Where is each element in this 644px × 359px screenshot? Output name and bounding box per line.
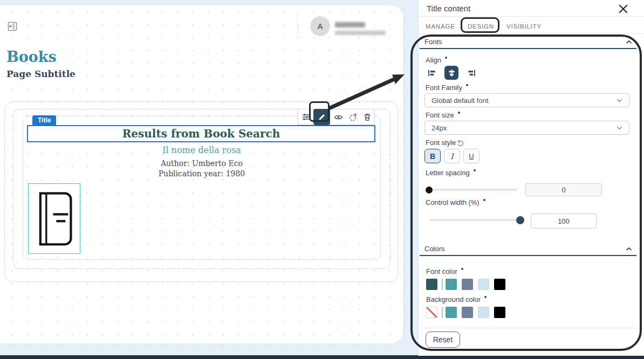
page-title: Books: [6, 49, 57, 65]
settings-sliders-icon[interactable]: [299, 110, 312, 124]
letter-spacing-label: Letter spacing: [426, 169, 476, 177]
control-width-slider[interactable]: [429, 219, 522, 221]
edit-pencil-icon[interactable]: [313, 109, 330, 125]
colors-section-title: Colors: [424, 245, 445, 253]
letter-spacing-slider[interactable]: [426, 189, 517, 191]
letter-spacing-slider-thumb[interactable]: [426, 187, 433, 194]
widget-toolbar: [298, 109, 374, 125]
chevron-down-icon: [616, 99, 622, 102]
close-icon[interactable]: [617, 3, 629, 15]
panel-divider: [419, 16, 644, 17]
section-underline: [420, 48, 636, 49]
background-color-swatch[interactable]: [462, 307, 473, 318]
font-family-select[interactable]: Global default font: [424, 93, 629, 107]
eye-icon[interactable]: [332, 110, 345, 124]
bold-button[interactable]: B: [424, 149, 441, 163]
panel-divider: [419, 328, 644, 328]
align-center-button[interactable]: [444, 66, 458, 80]
binding-dot: [483, 199, 485, 201]
widget-type-badge: Title: [32, 115, 56, 126]
align-left-button[interactable]: [424, 66, 439, 80]
chevron-up-icon[interactable]: [626, 40, 632, 44]
reset-button[interactable]: Reset: [426, 332, 460, 348]
trash-icon[interactable]: [361, 110, 374, 124]
font-family-label: Font Family: [426, 84, 468, 92]
font-size-label: Font size: [426, 111, 460, 119]
header-divider: [297, 12, 298, 39]
tab-design[interactable]: DESIGN: [468, 23, 494, 30]
undo-icon[interactable]: [457, 139, 464, 147]
book-icon: [34, 189, 75, 249]
background-color-label: Background color: [426, 295, 487, 303]
align-label: Align: [426, 56, 447, 64]
italic-button[interactable]: I: [444, 149, 460, 163]
font-size-select[interactable]: 24px: [424, 121, 629, 135]
font-color-swatch[interactable]: [446, 279, 457, 290]
font-color-swatch[interactable]: [478, 279, 489, 290]
align-right-button[interactable]: [464, 66, 478, 80]
binding-dot: [484, 296, 487, 298]
binding-dot: [474, 169, 476, 171]
binding-dot: [458, 112, 460, 114]
bottom-bar: [0, 355, 644, 359]
control-width-slider-thumb[interactable]: [516, 216, 524, 224]
title-widget-text: Results from Book Search: [122, 127, 280, 140]
chevron-up-icon[interactable]: [626, 247, 632, 251]
fonts-section-title: Fonts: [424, 38, 442, 46]
font-color-swatch[interactable]: [462, 279, 473, 290]
chevron-down-icon: [616, 126, 622, 130]
avatar[interactable]: A: [310, 16, 330, 36]
tab-manage[interactable]: MANAGE: [426, 23, 455, 30]
control-width-label: Control width (%): [426, 198, 485, 206]
tab-visibility[interactable]: VISIBILITY: [506, 23, 542, 30]
font-color-label: Font color: [426, 267, 463, 275]
book-image-widget[interactable]: [28, 183, 80, 254]
panel-divider: [419, 33, 644, 34]
swatch-divider: [442, 279, 443, 290]
font-family-value: Global default font: [431, 96, 489, 105]
background-color-swatch[interactable]: [478, 307, 489, 318]
binding-dot: [466, 84, 468, 86]
background-color-swatch[interactable]: [494, 307, 505, 318]
book-title-text[interactable]: Il nome della rosa: [23, 145, 381, 155]
page-subtitle: Page Subtitle: [6, 68, 76, 79]
panel-title: Title content: [427, 4, 470, 13]
font-size-value: 24px: [431, 124, 447, 132]
app-root: Books Page Subtitle A Title Results from…: [0, 0, 644, 359]
binding-dot: [445, 57, 447, 59]
cycle-icon[interactable]: [346, 110, 359, 124]
background-color-none-swatch[interactable]: [426, 307, 437, 318]
control-width-input[interactable]: [531, 213, 597, 229]
title-widget[interactable]: Results from Book Search: [27, 125, 375, 142]
page-canvas[interactable]: Books Page Subtitle A Title Results from…: [0, 5, 403, 343]
font-color-swatch[interactable]: [494, 279, 505, 290]
user-email-redacted: [335, 31, 386, 35]
collapse-sidebar-icon[interactable]: [8, 22, 17, 31]
binding-dot: [461, 268, 463, 270]
book-year-text[interactable]: Publication year: 1980: [23, 169, 381, 178]
section-underline: [420, 255, 636, 256]
underline-button[interactable]: U: [463, 149, 479, 163]
font-color-current-swatch[interactable]: [426, 279, 437, 290]
letter-spacing-input[interactable]: [525, 183, 602, 196]
properties-panel: Title content MANAGE DESIGN VISIBILITY F…: [418, 0, 644, 356]
font-style-label: Font style: [426, 139, 456, 147]
background-color-swatch[interactable]: [446, 307, 457, 318]
book-author-text[interactable]: Author: Umberto Eco: [23, 159, 381, 168]
swatch-divider: [442, 307, 443, 318]
user-name-redacted: [335, 22, 365, 27]
editor-background: Books Page Subtitle A Title Results from…: [0, 0, 418, 356]
